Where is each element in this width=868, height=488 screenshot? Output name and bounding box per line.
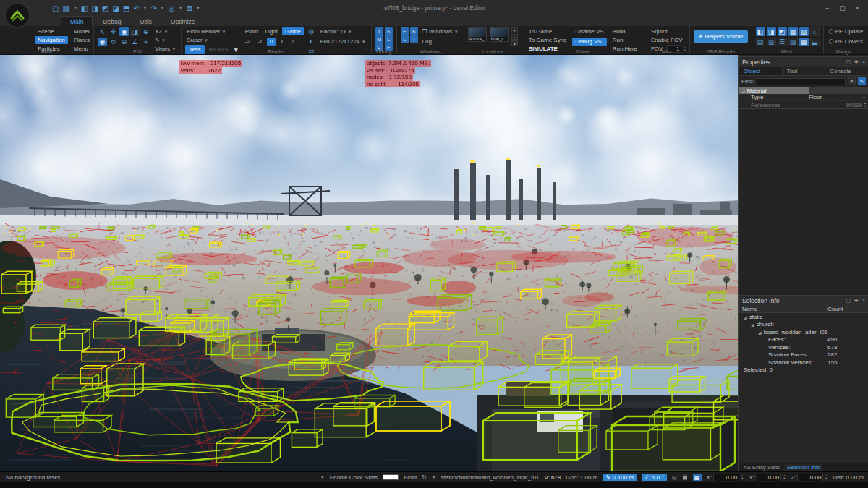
library-textures-button[interactable]: T: [375, 27, 383, 35]
mesh-occluder-icon[interactable]: ▩: [799, 38, 809, 46]
mesh-wire-icon[interactable]: ◧: [756, 27, 765, 36]
pivot-icon[interactable]: ◎: [672, 474, 677, 481]
mode-navigation[interactable]: Navigation: [35, 36, 68, 44]
mesh-shaded-icon[interactable]: ◩: [778, 27, 787, 36]
windows-dropdown[interactable]: ❒ Windows ▼: [421, 27, 460, 35]
camera-icon[interactable]: ◨: [130, 27, 140, 36]
tree-expand-icon[interactable]: ◢: [751, 322, 754, 327]
exposure-plus1[interactable]: 1: [277, 38, 286, 46]
mode-model[interactable]: Model: [71, 27, 93, 35]
panel-restore-icon[interactable]: ▢: [846, 298, 851, 304]
mode-scene[interactable]: Scene: [35, 27, 68, 35]
column-name[interactable]: Name: [739, 306, 827, 312]
axis-dropdown[interactable]: XZ ▼: [153, 27, 177, 35]
import-icon[interactable]: ⬒: [123, 4, 129, 12]
disable-vs-button[interactable]: Disable VS: [572, 27, 607, 35]
refresh-icon[interactable]: ↻: [422, 474, 427, 481]
y-input[interactable]: 0.00: [755, 474, 781, 481]
move-snap-button[interactable]: ✎0.100 m: [603, 474, 637, 481]
tab-utils[interactable]: Utils: [132, 17, 161, 26]
redo-history-chevron-icon[interactable]: ▼: [161, 6, 165, 10]
final-render-dropdown[interactable]: Final Render ▼: [185, 27, 239, 35]
x-spinner[interactable]: ▲▼: [741, 474, 744, 480]
grid-size-label[interactable]: Grid: 1.00 m: [566, 474, 597, 481]
tab-selection-info[interactable]: Selection Info: [784, 464, 822, 471]
export-icon[interactable]: ◪: [112, 4, 119, 12]
properties-titlebar[interactable]: Properties ▢ ✚ ×: [739, 57, 868, 67]
lock-icon[interactable]: [682, 474, 688, 481]
close-tool-icon[interactable]: ⊠: [187, 4, 192, 12]
save-all-icon[interactable]: ◩: [102, 4, 109, 12]
factor-dropdown[interactable]: Factor: 1x ▼: [319, 27, 367, 35]
tree-expand-icon[interactable]: ◢: [758, 330, 762, 335]
panel-pin-icon[interactable]: ✚: [854, 59, 859, 65]
pe-update-button[interactable]: ⬡ PE Update: [827, 27, 865, 35]
library-shaders-button[interactable]: S: [385, 27, 393, 35]
save-icon[interactable]: ◧: [81, 4, 88, 12]
exposure-zero[interactable]: 0: [267, 38, 276, 46]
tab-object[interactable]: Object: [739, 67, 783, 75]
super-dropdown[interactable]: Super ▼: [185, 36, 239, 44]
angle-snap-icon[interactable]: ∠: [130, 38, 140, 46]
gear-icon[interactable]: ⚙: [307, 27, 316, 36]
log-button[interactable]: Log: [421, 38, 460, 46]
z-input[interactable]: 0.00: [797, 474, 823, 481]
tab-as-entity-stats[interactable]: AS Entity Stats: [741, 464, 783, 471]
location-thumb-aurora[interactable]: aurora_...: [468, 27, 487, 42]
marquee-select-icon[interactable]: ▣: [119, 27, 129, 36]
rotate-icon[interactable]: ↻: [109, 38, 118, 46]
exposure-minus2[interactable]: -2: [242, 38, 253, 46]
mesh-lod-icon[interactable]: ⌂: [810, 27, 820, 36]
render-light[interactable]: Light: [263, 27, 281, 35]
zoom-in-icon[interactable]: ⊕: [141, 27, 150, 36]
mesh-verts-icon[interactable]: ▥: [767, 38, 776, 46]
select-cursor-icon[interactable]: ↖: [98, 27, 107, 36]
viewport[interactable]: low mem: 217/218105 verts: 7622 objects:…: [0, 55, 738, 471]
to-game-button[interactable]: To Game: [526, 27, 569, 35]
save-as-icon[interactable]: ◨: [91, 4, 98, 12]
tree-expand-icon[interactable]: ◢: [744, 314, 747, 320]
profile-icon[interactable]: ◐: [307, 37, 316, 46]
window-s-button[interactable]: S: [410, 27, 418, 35]
tab-tool[interactable]: Tool: [783, 67, 826, 75]
chevron-down-icon[interactable]: ▼: [73, 6, 77, 10]
tab-console[interactable]: Console: [825, 67, 868, 75]
settings-chevron-icon[interactable]: ▼: [179, 6, 183, 10]
align-icon[interactable]: ⌖: [141, 38, 150, 46]
material-group-header[interactable]: ◢Material: [739, 87, 868, 94]
render-plain[interactable]: Plain: [242, 27, 261, 35]
mesh-collision-icon[interactable]: ▨: [788, 38, 798, 46]
undo-history-chevron-icon[interactable]: ▼: [143, 6, 148, 10]
library-materials-button[interactable]: M: [375, 35, 383, 43]
location-add-button[interactable]: +: [511, 27, 518, 33]
settings-icon[interactable]: ◎: [169, 4, 175, 12]
chevron-down-icon[interactable]: ▼: [432, 475, 436, 479]
panel-close-icon[interactable]: ×: [862, 59, 865, 65]
mesh-solid-icon[interactable]: ◨: [767, 27, 776, 36]
exposure-plus2[interactable]: 2: [288, 38, 297, 46]
references-spinner[interactable]: ▲▼: [864, 102, 867, 108]
library-lights-button[interactable]: L: [385, 35, 393, 43]
panel-close-icon[interactable]: ×: [862, 298, 865, 304]
panel-restore-icon[interactable]: ▢: [846, 59, 851, 65]
resolution-dropdown[interactable]: Full 2172x1224 ▼: [319, 38, 367, 46]
type-value-dropdown[interactable]: Floor▼: [809, 94, 868, 100]
app-logo-icon[interactable]: [4, 2, 30, 28]
tree-item-board-wodden-altar[interactable]: ◢board_wodden_altar_t01: [739, 328, 868, 336]
run-button[interactable]: Run: [610, 36, 640, 44]
mesh-uv-icon[interactable]: ▦: [788, 27, 798, 36]
selected-object-path[interactable]: static\church\board_wodden_altar_t01: [441, 474, 540, 481]
x-input[interactable]: 0.00: [713, 474, 739, 481]
enable-fov-button[interactable]: Enable FOV: [648, 36, 686, 44]
float-mode-label[interactable]: Float: [404, 474, 417, 481]
tree-item-church[interactable]: ◢church: [739, 321, 868, 329]
close-button[interactable]: ×: [856, 4, 859, 12]
y-spinner[interactable]: ▲▼: [783, 474, 786, 480]
column-count[interactable]: Count: [827, 306, 868, 312]
find-input[interactable]: [757, 78, 846, 85]
mode-flares[interactable]: Flares: [71, 36, 93, 44]
lasso-select-icon[interactable]: ◉: [98, 38, 107, 46]
zoom-out-icon[interactable]: ⊖: [119, 38, 129, 46]
chevron-down-icon[interactable]: ▼: [320, 475, 325, 479]
selection-info-titlebar[interactable]: Selection Info ▢ ✚ ×: [739, 296, 868, 305]
